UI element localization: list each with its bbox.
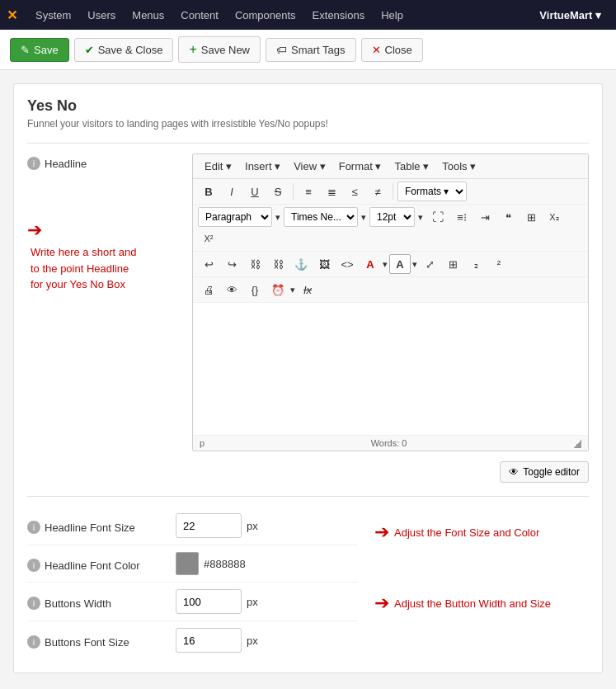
font-size-unit: px [247, 520, 258, 532]
editor-unlink[interactable]: ⛓ [267, 254, 289, 274]
editor-image[interactable]: 🖼 [313, 254, 335, 274]
editor-menu-view[interactable]: View ▾ [287, 158, 332, 175]
editor-source[interactable]: {} [244, 280, 266, 300]
headline-font-color-row: i Headline Font Color #888888 [27, 545, 358, 583]
tag-icon: 🏷 [276, 44, 287, 56]
buttons-font-size-unit: px [247, 635, 258, 647]
editor-body[interactable] [193, 303, 588, 435]
editor-superscript-icon[interactable]: X² [198, 229, 219, 248]
editor-resize-icon[interactable]: ⤢ [419, 254, 440, 274]
font-size-label: Headline Font Size [45, 521, 135, 534]
editor-font-select[interactable]: Times Ne... [284, 207, 358, 227]
save-icon: ✎ [21, 44, 30, 56]
close-icon: ✕ [372, 44, 381, 56]
toggle-editor-button[interactable]: 👁 Toggle editor [500, 461, 589, 483]
nav-help[interactable]: Help [373, 0, 411, 30]
main-content: Yes No Funnel your visitors to landing p… [0, 70, 616, 687]
eye-icon: 👁 [509, 466, 519, 478]
buttons-width-info-icon[interactable]: i [27, 597, 40, 610]
editor-path: p [200, 438, 205, 448]
editor-underline[interactable]: U [244, 182, 266, 201]
joomla-logo: ✕ [7, 7, 17, 23]
nav-extensions[interactable]: Extensions [304, 0, 374, 30]
buttons-font-size-row: i Buttons Font Size px [27, 621, 358, 659]
editor-size-select[interactable]: 12pt [369, 207, 415, 227]
editor-fullscreen-icon[interactable]: ⛶ [426, 207, 449, 227]
editor-list-icon[interactable]: ≡⁝ [451, 207, 473, 227]
nav-menus[interactable]: Menus [124, 0, 172, 30]
buttons-font-size-label: Buttons Font Size [45, 636, 129, 649]
editor-menu-tools[interactable]: Tools ▾ [435, 158, 482, 175]
editor-backcolor[interactable]: A [389, 254, 411, 274]
plus-icon: + [189, 42, 196, 57]
editor-link[interactable]: ⛓ [244, 254, 266, 274]
editor-italic[interactable]: I [221, 182, 242, 201]
panel-title: Yes No [27, 97, 589, 115]
editor-undo[interactable]: ↩ [198, 254, 219, 274]
editor-redo[interactable]: ↪ [221, 254, 242, 274]
buttons-font-info-icon[interactable]: i [27, 635, 40, 649]
editor-wordcount: Words: 0 [371, 438, 407, 448]
font-size-input[interactable] [176, 513, 242, 538]
editor-subscript2[interactable]: ₂ [465, 254, 487, 274]
save-button[interactable]: ✎ Save [10, 38, 69, 62]
editor-anchor[interactable]: ⚓ [290, 254, 312, 274]
headline-label: Headline [45, 158, 87, 170]
nav-virtuemart[interactable]: VirtueMart ▾ [531, 9, 609, 21]
top-nav: ✕ System Users Menus Content Components … [0, 0, 616, 30]
font-size-info-icon[interactable]: i [27, 521, 40, 534]
editor-forecolor[interactable]: A [360, 254, 381, 274]
editor-clock[interactable]: ⏰ [267, 280, 289, 300]
nav-components[interactable]: Components [227, 0, 304, 30]
editor-code[interactable]: <> [336, 254, 358, 274]
editor-clear-format[interactable]: Ix [297, 280, 318, 300]
editor-resize-handle[interactable] [573, 440, 581, 448]
toolbar-sep2 [393, 183, 393, 200]
editor-toolbar-row4: 🖨 👁 {} ⏰ ▾ Ix [193, 277, 588, 303]
button-arrow-icon: ➔ [374, 592, 389, 614]
editor-indent-icon[interactable]: ⇥ [474, 207, 496, 227]
nav-users[interactable]: Users [79, 0, 124, 30]
editor-blockquote-icon[interactable]: ❝ [497, 207, 519, 227]
toolbar-sep1 [293, 183, 294, 200]
editor-superscript2[interactable]: ² [488, 254, 510, 274]
editor-print[interactable]: 🖨 [198, 280, 219, 300]
nav-content[interactable]: Content [172, 0, 227, 30]
editor-menu-format[interactable]: Format ▾ [332, 158, 388, 175]
button-annotation: Adjust the Button Width and Size [394, 597, 551, 610]
editor-menu-table[interactable]: Table ▾ [388, 158, 436, 175]
save-close-button[interactable]: ✔ Save & Close [74, 38, 174, 62]
buttons-width-row: i Buttons Width px [27, 583, 358, 621]
font-color-label: Headline Font Color [45, 559, 140, 572]
headline-annotation: Write here a short andto the point Headl… [31, 244, 192, 293]
editor-subscript-icon[interactable]: X₂ [543, 207, 565, 227]
editor-align-justify[interactable]: ≠ [367, 182, 388, 201]
headline-info-icon[interactable]: i [27, 157, 40, 170]
editor-menu-insert[interactable]: Insert ▾ [238, 158, 287, 175]
editor-align-left[interactable]: ≡ [298, 182, 319, 201]
editor-toolbar-row2: Paragraph ▾ Times Ne... ▾ 12pt ▾ ⛶ ≡⁝ [193, 205, 588, 252]
editor-strikethrough[interactable]: S [267, 182, 289, 201]
editor-table-icon[interactable]: ⊞ [520, 207, 542, 227]
font-color-info-icon[interactable]: i [27, 559, 40, 572]
editor-paragraph-select[interactable]: Paragraph [198, 207, 272, 227]
buttons-width-label: Buttons Width [45, 597, 111, 610]
editor-grid-icon[interactable]: ⊞ [442, 254, 463, 274]
check-icon: ✔ [85, 44, 94, 56]
nav-system[interactable]: System [27, 0, 79, 30]
editor-formats-select[interactable]: Formats ▾ [397, 182, 467, 201]
editor-toolbar-row3: ↩ ↪ ⛓ ⛓ ⚓ 🖼 <> A ▾ A ▾ ⤢ ⊞ ₂ ² [193, 252, 588, 277]
close-button[interactable]: ✕ Close [361, 38, 423, 62]
buttons-font-size-input[interactable] [176, 628, 242, 653]
editor-align-right[interactable]: ≤ [344, 182, 365, 201]
editor-align-center[interactable]: ≣ [321, 182, 342, 201]
buttons-width-input[interactable] [176, 589, 242, 614]
smart-tags-button[interactable]: 🏷 Smart Tags [266, 38, 356, 62]
editor-bold[interactable]: B [198, 182, 219, 201]
editor-menu-edit[interactable]: Edit ▾ [198, 158, 238, 175]
editor-preview[interactable]: 👁 [221, 280, 242, 300]
font-color-value: #888888 [204, 558, 246, 570]
font-color-swatch[interactable] [176, 552, 199, 575]
save-new-button[interactable]: + Save New [178, 36, 261, 63]
buttons-width-unit: px [247, 596, 258, 608]
